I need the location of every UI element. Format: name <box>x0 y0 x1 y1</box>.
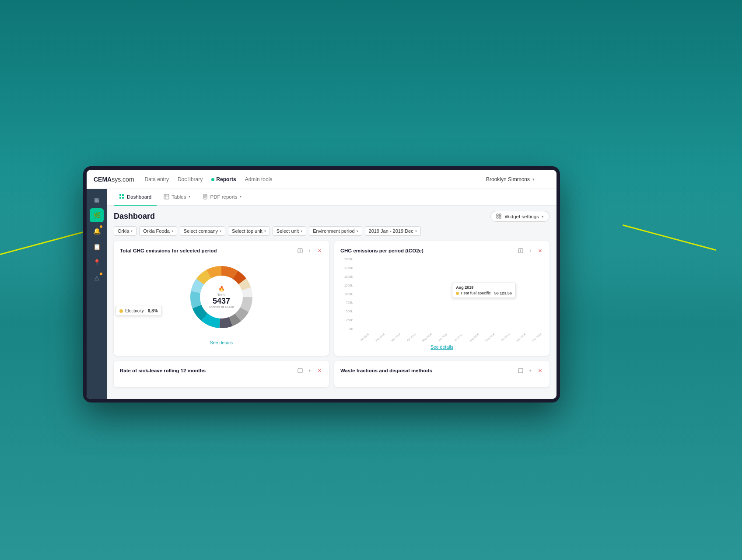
sick-leave-close-btn[interactable]: ✕ <box>316 367 323 374</box>
bar-group-11: Dec 2019 <box>528 258 543 330</box>
widget-waste: Waste fractions and disposal methods + ✕ <box>334 361 550 387</box>
bar-xlabel-7: Aug 2019 <box>469 333 480 342</box>
filter-company-chevron: ▾ <box>220 229 221 233</box>
bar-group-1: Feb 2019 <box>372 258 387 330</box>
widget-ghg-close-btn[interactable]: ✕ <box>316 247 323 254</box>
top-navbar: CEMAsys.com Data entry Doc library Repor… <box>87 170 556 189</box>
warning-badge <box>99 272 103 276</box>
widget-ghg-total: Total GHG emissions for selected period … <box>114 241 329 356</box>
widget-period-export-btn[interactable] <box>517 247 524 254</box>
filter-orkla[interactable]: Orkla ▾ <box>114 226 136 236</box>
filter-select-top-unit[interactable]: Select top unit ▾ <box>228 226 270 236</box>
widget-settings-button[interactable]: Widget settings ▾ <box>490 211 550 222</box>
sick-leave-export-btn[interactable] <box>297 367 304 374</box>
sidebar-item-document[interactable]: 📋 <box>90 240 104 254</box>
widget-waste-header: Waste fractions and disposal methods + ✕ <box>340 367 543 374</box>
waste-close-btn[interactable]: ✕ <box>536 367 543 374</box>
content-area: ▦ 🌿 🔔 📋 📍 ⚠ Dashb <box>87 189 556 399</box>
svg-rect-33 <box>298 368 302 373</box>
sick-leave-add-btn[interactable]: + <box>306 367 313 374</box>
reports-active-dot <box>211 178 214 181</box>
sidebar-item-warning[interactable]: ⚠ <box>90 271 104 285</box>
svg-rect-4 <box>164 194 169 199</box>
bar-xlabel-5: Jun 2019 <box>438 333 448 342</box>
bar-xlabel-10: Nov 2019 <box>516 333 526 342</box>
bell-badge <box>99 225 103 228</box>
bar-xlabel-11: Dec 2019 <box>532 333 542 342</box>
bar-group-0: Jan 2019 <box>356 258 371 330</box>
nav-admin-tools[interactable]: Admin tools <box>245 176 273 182</box>
filter-orkla-chevron: ▾ <box>131 229 133 233</box>
bar-xlabel-8: Sep 2019 <box>485 333 495 342</box>
sidebar-item-bell[interactable]: 🔔 <box>90 224 104 238</box>
widget-ghg-add-btn[interactable]: + <box>306 247 313 254</box>
tab-pdf-reports[interactable]: PDF reports ▾ <box>197 189 247 206</box>
bar-group-3: Apr 2019 <box>403 258 418 330</box>
waste-add-btn[interactable]: + <box>527 367 534 374</box>
nav-reports[interactable]: Reports <box>211 176 236 182</box>
tab-dashboard[interactable]: Dashboard <box>114 189 157 206</box>
widget-ghg-total-title: Total GHG emissions for selected period <box>120 248 217 253</box>
widget-period-close-btn[interactable]: ✕ <box>536 247 543 254</box>
donut-chart-container: 🔥 Total 5437 Tonnes of CO2e Electricity <box>120 258 323 336</box>
bar-xlabel-9: Oct 2019 <box>500 333 511 342</box>
widget-ghg-period-header: GHG emissions per period (tCO2e) + ✕ <box>340 247 543 254</box>
help-icon[interactable]: ? <box>537 173 550 186</box>
tab-tables[interactable]: Tables ▾ <box>158 189 195 206</box>
user-name: Brooklyn Simmons <box>486 176 530 182</box>
bar-group-4: May 2019 <box>419 258 434 330</box>
svg-rect-0 <box>119 194 121 196</box>
waste-export-btn[interactable] <box>517 367 524 374</box>
filter-orkla-fooda[interactable]: Orkla Fooda ▾ <box>139 226 177 236</box>
filter-select-company[interactable]: Select company ▾ <box>180 226 225 236</box>
filter-select-unit[interactable]: Select unit ▾ <box>273 226 306 236</box>
screen: CEMAsys.com Data entry Doc library Repor… <box>87 170 556 399</box>
filter-date-range[interactable]: 2019 Jan - 2019 Dec ▾ <box>365 226 421 236</box>
tooltip-label: Electricity <box>125 308 144 313</box>
bar-xlabel-2: Mar 2019 <box>391 333 401 342</box>
sidebar-item-location[interactable]: 📍 <box>90 256 104 270</box>
y-label-1000k: 1000k <box>340 293 354 296</box>
nav-data-entry[interactable]: Data entry <box>145 176 169 182</box>
dashboard-header: Dashboard Widget settings ▾ <box>114 211 550 222</box>
laptop-frame: CEMAsys.com Data entry Doc library Repor… <box>83 166 560 402</box>
sidebar-item-grid[interactable]: ▦ <box>90 192 104 206</box>
svg-rect-3 <box>122 197 124 199</box>
y-label-1500k: 1500k <box>340 275 354 278</box>
bar-group-5: Jun 2019 <box>434 258 449 330</box>
svg-rect-11 <box>497 214 498 216</box>
widget-ghg-export-btn[interactable] <box>297 247 304 254</box>
y-label-500k: 500k <box>340 310 354 313</box>
bottom-row: Rate of sick-leave rolling 12 months + ✕ <box>114 361 550 387</box>
tooltip-value: 6,8% <box>148 308 158 313</box>
y-label-1750k: 1750k <box>340 266 354 270</box>
sidebar: ▦ 🌿 🔔 📋 📍 ⚠ <box>87 189 107 399</box>
navbar-links: Data entry Doc library Reports Admin too… <box>145 176 476 182</box>
pdf-tab-arrow: ▾ <box>240 195 242 199</box>
widget-period-add-btn[interactable]: + <box>527 247 534 254</box>
widget-settings-icon <box>496 214 502 219</box>
filter-orkla-fooda-chevron: ▾ <box>172 229 173 233</box>
widget-ghg-period: GHG emissions per period (tCO2e) + ✕ <box>334 241 550 356</box>
bar-chart: 2000k 1750k 1500k 1250k 1000k 750k 500k … <box>340 258 543 341</box>
svg-rect-13 <box>497 217 498 218</box>
nav-doc-library[interactable]: Doc library <box>178 176 203 182</box>
ghg-total-see-details[interactable]: See details <box>120 340 323 345</box>
user-chevron: ▾ <box>532 177 535 182</box>
tables-tab-arrow: ▾ <box>189 195 190 199</box>
donut-tooltip: Electricity 6,8% <box>116 306 162 316</box>
bar-group-9: Oct 2019 <box>497 258 512 330</box>
widget-sick-leave: Rate of sick-leave rolling 12 months + ✕ <box>114 361 329 387</box>
pdf-tab-icon <box>203 194 208 200</box>
widget-ghg-total-actions: + ✕ <box>297 247 323 254</box>
y-label-0k: 0k <box>340 327 354 330</box>
sidebar-item-leaf[interactable]: 🌿 <box>90 208 104 222</box>
user-menu[interactable]: Brooklyn Simmons ▾ ? <box>486 173 550 186</box>
filter-environment-period[interactable]: Environment period ▾ <box>309 226 362 236</box>
svg-rect-12 <box>499 214 501 216</box>
svg-rect-14 <box>499 217 501 218</box>
ghg-period-see-details[interactable]: See details <box>340 344 543 350</box>
widget-settings-arrow: ▾ <box>542 214 544 219</box>
dashboard-title: Dashboard <box>114 212 155 221</box>
filter-date-range-chevron: ▾ <box>415 229 417 233</box>
